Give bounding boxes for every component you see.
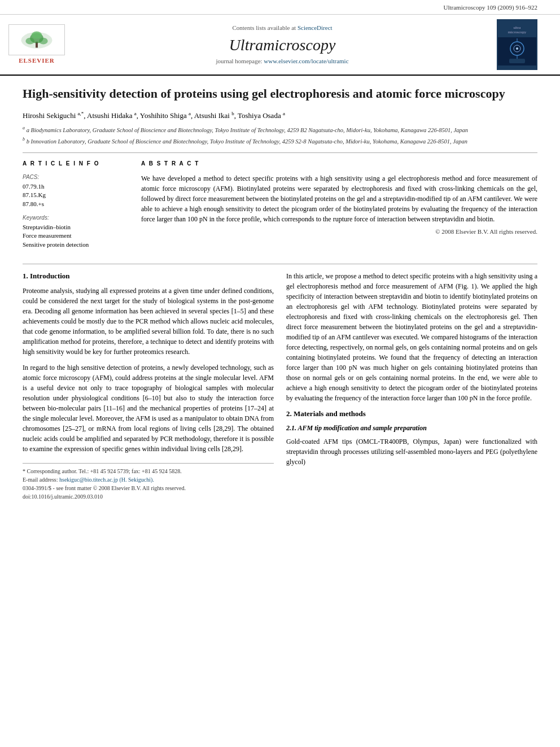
- article-info-heading: A R T I C L E I N F O: [23, 160, 130, 168]
- page: Ultramicroscopy 109 (2009) 916–922 ELSEV…: [0, 0, 560, 747]
- body-columns: 1. Introduction Proteome analysis, study…: [23, 271, 537, 501]
- journal-homepage: journal homepage: www.elsevier.com/locat…: [73, 57, 491, 65]
- keywords-section: Keywords: Streptavidin–biotinForce measu…: [23, 214, 130, 249]
- journal-title: Ultramicroscopy: [73, 34, 491, 56]
- svg-point-6: [32, 31, 42, 38]
- detecting-word: detecting: [302, 343, 327, 351]
- intro-para1: Proteome analysis, studying all expresse…: [23, 286, 274, 357]
- abstract-text: We have developed a method to detect spe…: [141, 173, 537, 224]
- sciencedirect-prefix: Contents lists available at: [232, 24, 297, 31]
- svg-point-5: [39, 37, 48, 44]
- elsevier-logo-image: [8, 24, 65, 55]
- journal-header: ELSEVIER Contents lists available at Sci…: [0, 15, 560, 76]
- body-left-column: 1. Introduction Proteome analysis, study…: [23, 271, 274, 501]
- email-note: E-mail address: hsekiguc@bio.titech.ac.j…: [23, 475, 274, 484]
- svg-point-10: [516, 47, 518, 50]
- corresponding-author-note: * Corresponding author. Tel.: +81 45 924…: [23, 467, 274, 475]
- journal-cover-image: ultramicroscopy: [497, 19, 537, 70]
- pacs-values: 07.79.1h87.15.Kg87.80.+s: [23, 182, 130, 208]
- journal-cover-photo: [498, 37, 536, 65]
- materials-heading: 2. Materials and methods: [286, 409, 537, 419]
- journal-cover-title: ultramicroscopy: [507, 24, 528, 36]
- right-intro-para1: In this article, we propose a method to …: [286, 271, 537, 403]
- email-label: E-mail address:: [23, 477, 59, 483]
- sciencedirect-line: Contents lists available at ScienceDirec…: [73, 24, 491, 32]
- materials-subheading: 2.1. AFM tip modification and sample pre…: [286, 423, 537, 433]
- email-link[interactable]: hsekiguc@bio.titech.ac.jp (H. Sekiguchi)…: [59, 477, 154, 483]
- affiliation-b: b b Innovation Laboratory, Graduate Scho…: [23, 136, 537, 146]
- citation-bar: Ultramicroscopy 109 (2009) 916–922: [0, 0, 560, 15]
- abstract-heading: A B S T R A C T: [141, 160, 537, 168]
- pacs-label: PACS:: [23, 173, 130, 181]
- intro-para2: In regard to the high sensitive detectio…: [23, 362, 274, 454]
- issn-line: 0304-3991/$ - see front matter © 2008 El…: [23, 484, 274, 492]
- body-right-column: In this article, we propose a method to …: [286, 271, 537, 501]
- homepage-prefix: journal homepage:: [216, 58, 264, 64]
- citation-text: Ultramicroscopy 109 (2009) 916–922: [444, 4, 538, 11]
- abstract-column: A B S T R A C T We have developed a meth…: [141, 160, 537, 255]
- elsevier-brand-text: ELSEVIER: [19, 56, 55, 65]
- article-content: High-sensitivity detection of proteins u…: [0, 76, 560, 512]
- doi-line: doi:10.1016/j.ultramic.2009.03.010: [23, 492, 274, 501]
- keywords-values: Streptavidin–biotinForce measurementSens…: [23, 223, 130, 249]
- svg-rect-13: [509, 59, 525, 63]
- intro-heading: 1. Introduction: [23, 271, 274, 281]
- footer-notes: * Corresponding author. Tel.: +81 45 924…: [23, 463, 274, 501]
- article-title: High-sensitivity detection of proteins u…: [23, 86, 537, 102]
- article-meta-row: A R T I C L E I N F O PACS: 07.79.1h87.1…: [23, 160, 537, 255]
- divider-before-body: [23, 264, 537, 264]
- affiliation-a: a a Biodynamics Laboratory, Graduate Sch…: [23, 125, 537, 134]
- svg-point-4: [25, 37, 34, 44]
- authors-line: Hiroshi Sekiguchi a,*, Atsushi Hidaka a,…: [23, 110, 537, 121]
- elsevier-logo: ELSEVIER: [6, 24, 68, 65]
- homepage-link[interactable]: www.elsevier.com/locate/ultramic: [264, 58, 348, 64]
- article-info-column: A R T I C L E I N F O PACS: 07.79.1h87.1…: [23, 160, 130, 255]
- keywords-label: Keywords:: [23, 214, 130, 222]
- pacs-section: PACS: 07.79.1h87.15.Kg87.80.+s: [23, 173, 130, 208]
- journal-center: Contents lists available at ScienceDirec…: [73, 24, 491, 65]
- sciencedirect-link[interactable]: ScienceDirect: [298, 24, 333, 31]
- abstract-copyright: © 2008 Elsevier B.V. All rights reserved…: [141, 228, 537, 236]
- materials-para1: Gold-coated AFM tips (OMCL-TR400PB, Olym…: [286, 436, 537, 467]
- divider-after-affiliations: [23, 152, 537, 153]
